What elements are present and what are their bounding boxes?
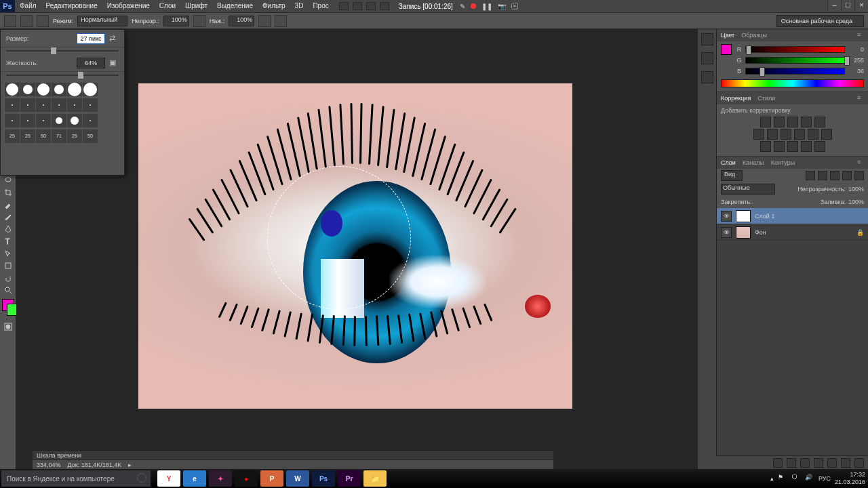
zoom-icon[interactable] (353, 2, 362, 10)
mode-select[interactable]: Нормальный (77, 16, 127, 26)
brush-preset-icon[interactable] (20, 15, 33, 27)
brush-hardness-input[interactable]: 64% (77, 58, 105, 68)
filter-smart-icon[interactable] (854, 171, 864, 180)
new-group-icon[interactable] (827, 458, 837, 468)
brush-preset[interactable]: • (20, 114, 35, 127)
value-blue[interactable]: 36 (848, 68, 864, 75)
layer-row[interactable]: 👁 Фон 🔒 (717, 224, 868, 241)
tray-icon[interactable]: ⚑ (778, 474, 787, 483)
brush-preset[interactable]: • (36, 98, 51, 112)
brush-presets-grid[interactable]: ••••••••••252550712550 (1, 79, 124, 160)
layer-name[interactable]: Слой 1 (755, 213, 774, 220)
zoom-tool[interactable] (1, 284, 15, 296)
taskbar-search[interactable]: Поиск в Яндексе и на компьютере (1, 470, 151, 487)
filter-image-icon[interactable] (806, 171, 815, 180)
hand-tool[interactable] (1, 272, 15, 284)
color-spectrum[interactable] (721, 79, 864, 87)
opacity-input[interactable]: 100% (163, 16, 189, 26)
brush-hardness-slider[interactable] (6, 72, 119, 79)
tab-color[interactable]: Цвет (721, 32, 734, 39)
tab-adjustments[interactable]: Коррекция (721, 95, 751, 102)
menu-edit[interactable]: Редактирование (41, 0, 102, 12)
layer-row[interactable]: 👁 Слой 1 (717, 208, 868, 224)
brush-preset[interactable]: • (67, 98, 82, 112)
tab-layers[interactable]: Слои (721, 159, 736, 166)
brush-preset[interactable]: • (52, 98, 66, 112)
foreground-color-swatch[interactable] (2, 299, 14, 311)
window-maximize[interactable]: □ (841, 0, 854, 11)
blend-mode-select[interactable]: Обычные (721, 184, 775, 195)
menu-3d[interactable]: 3D (290, 0, 309, 12)
panel-menu-icon[interactable]: ≡ (857, 31, 865, 38)
adj-icon[interactable] (814, 141, 825, 152)
tab-swatches[interactable]: Образцы (741, 32, 767, 39)
new-fill-icon[interactable] (814, 458, 823, 468)
brush-tool[interactable] (1, 211, 15, 223)
menu-view[interactable]: Прос (308, 0, 333, 12)
brush-size-input[interactable]: 27 пикс (77, 33, 105, 44)
adj-icon[interactable] (760, 141, 771, 152)
adj-icon[interactable] (760, 117, 771, 127)
hand-icon[interactable] (366, 2, 376, 10)
window-close[interactable]: × (854, 0, 868, 11)
brush-new-icon[interactable]: ▣ (109, 58, 119, 68)
filter-adjust-icon[interactable] (818, 171, 827, 180)
layer-visibility-icon[interactable]: 👁 (721, 227, 732, 238)
brush-preset[interactable] (67, 114, 82, 127)
taskbar-app[interactable]: Y (157, 470, 180, 487)
adj-icon[interactable] (767, 129, 778, 140)
brush-size-slider[interactable] (6, 47, 119, 54)
brush-preset[interactable] (20, 83, 35, 96)
brush-preset[interactable]: • (20, 98, 35, 112)
taskbar-app[interactable]: ● (235, 470, 258, 487)
brush-preset[interactable]: • (83, 114, 98, 127)
rec-close-icon[interactable]: × (511, 3, 518, 9)
mic-icon[interactable] (137, 473, 146, 483)
adj-icon[interactable] (794, 129, 805, 140)
brush-preset[interactable] (83, 83, 98, 96)
document-canvas[interactable] (138, 83, 572, 409)
pause-icon[interactable]: ❚❚ (481, 3, 492, 10)
slider-green[interactable] (745, 57, 845, 64)
brush-panel-icon[interactable] (37, 15, 49, 27)
type-tool[interactable]: T (1, 235, 15, 247)
brush-flip-icon[interactable]: ⇄ (109, 34, 119, 43)
layer-thumbnail[interactable] (736, 226, 751, 239)
taskbar-app[interactable]: Pr (338, 470, 361, 487)
slider-blue[interactable] (745, 68, 845, 75)
record-dot-icon[interactable] (471, 3, 476, 9)
adj-icon[interactable] (821, 129, 832, 140)
taskbar-app[interactable]: e (183, 470, 206, 487)
brush-preset[interactable]: 25 (67, 129, 82, 143)
filter-shape-icon[interactable] (842, 171, 852, 180)
window-minimize[interactable]: – (827, 0, 841, 11)
tray-lang[interactable]: РУС (818, 475, 831, 482)
brush-preset[interactable] (52, 114, 66, 127)
adj-icon[interactable] (753, 129, 764, 140)
menu-image[interactable]: Изображение (102, 0, 155, 12)
adj-icon[interactable] (781, 129, 791, 140)
airbrush-icon[interactable] (258, 15, 271, 27)
workspace-select[interactable]: Основная рабочая среда (776, 15, 864, 27)
taskbar-app[interactable]: P (260, 470, 283, 487)
adj-icon[interactable] (787, 117, 798, 127)
trash-icon[interactable] (854, 458, 864, 468)
history-icon[interactable] (701, 33, 713, 45)
layer-visibility-icon[interactable]: 👁 (721, 211, 732, 222)
pressure-opacity-icon[interactable] (193, 15, 205, 27)
brush-preset[interactable]: 71 (52, 129, 66, 143)
menu-select[interactable]: Выделение (212, 0, 258, 12)
menu-layers[interactable]: Слои (155, 0, 180, 12)
brush-preset[interactable]: • (5, 98, 20, 112)
layout-icon[interactable] (339, 2, 349, 10)
menu-type[interactable]: Шрифт (180, 0, 212, 12)
lasso-tool[interactable] (1, 174, 15, 186)
brush-preset[interactable] (5, 83, 20, 96)
slider-red[interactable] (745, 46, 845, 53)
eyedropper-tool[interactable] (1, 199, 15, 211)
menu-file[interactable]: Файл (15, 0, 41, 12)
path-select-tool[interactable] (1, 247, 15, 260)
layer-opacity-value[interactable]: 100% (848, 186, 864, 192)
brush-preset[interactable] (36, 83, 51, 96)
fill-value[interactable]: 100% (848, 199, 864, 205)
